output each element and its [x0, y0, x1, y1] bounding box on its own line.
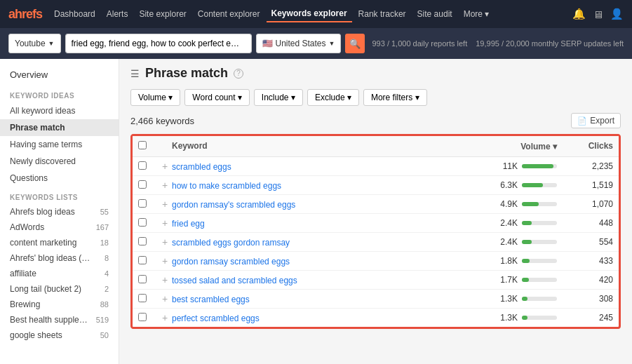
row-add-9[interactable]: +: [158, 312, 172, 323]
page-heading: Phrase match: [145, 66, 228, 81]
sidebar-item-long-tail[interactable]: Long tail (bucket 2) 2: [0, 281, 119, 297]
info-icon[interactable]: ?: [234, 69, 243, 79]
sidebar-item-having-same-terms[interactable]: Having same terms: [0, 136, 119, 153]
badge-brewing: 88: [100, 300, 109, 309]
volume-filter-btn[interactable]: Volume ▾: [130, 89, 180, 106]
table-row: + perfect scrambled eggs 1.3K 245: [133, 309, 619, 327]
search-input[interactable]: [66, 34, 251, 53]
row-checkbox-4[interactable]: [138, 218, 158, 229]
badge-affiliate: 4: [105, 269, 109, 278]
row-checkbox-9[interactable]: [138, 313, 158, 323]
vol-bar-4: [522, 221, 532, 225]
row-keyword-6: gordon ramsay scrambled eggs: [172, 256, 459, 267]
vol-bar-wrap: [522, 164, 557, 168]
row-add-3[interactable]: +: [158, 198, 172, 210]
quota-daily: 993 / 1,000 daily reports left: [372, 39, 467, 48]
row-keyword-4: fried egg: [172, 218, 459, 229]
select-all-checkbox[interactable]: [138, 141, 147, 149]
search-button[interactable]: 🔍: [345, 34, 365, 53]
row-add-4[interactable]: +: [158, 217, 172, 229]
nav-item-more[interactable]: More ▾: [459, 6, 495, 22]
sidebar-item-adwords[interactable]: AdWords 167: [0, 220, 119, 235]
row-add-8[interactable]: +: [158, 293, 172, 304]
header-checkbox[interactable]: [138, 141, 158, 151]
keyword-ideas-section-title: KEYWORD IDEAS: [0, 85, 119, 102]
content-area: ☰ Phrase match ? Volume ▾ Word count ▾ I…: [119, 59, 632, 364]
country-chevron-icon: ▼: [329, 40, 335, 47]
sidebar-item-affiliate[interactable]: affiliate 4: [0, 266, 119, 281]
row-keyword-8: best scrambled eggs: [172, 294, 459, 304]
main-layout: Overview KEYWORD IDEAS All keyword ideas…: [0, 59, 632, 364]
sidebar-item-newly-discovered[interactable]: Newly discovered: [0, 153, 119, 170]
keywords-count: 2,466 keywords: [130, 116, 194, 126]
logo: ahrefs: [8, 7, 42, 22]
sidebar-item-phrase-match[interactable]: Phrase match: [0, 119, 119, 136]
row-checkbox-3[interactable]: [138, 199, 158, 210]
sidebar-overview[interactable]: Overview: [0, 65, 119, 85]
sidebar-item-brewing[interactable]: Brewing 88: [0, 297, 119, 312]
word-count-filter-btn[interactable]: Word count ▾: [184, 89, 249, 106]
row-add-5[interactable]: +: [158, 236, 172, 248]
vol-bar-8: [522, 297, 527, 301]
row-add-6[interactable]: +: [158, 255, 172, 267]
page-title: ☰ Phrase match ?: [130, 66, 621, 81]
row-checkbox-1[interactable]: [138, 161, 158, 172]
sidebar-item-questions[interactable]: Questions: [0, 170, 119, 187]
row-checkbox-7[interactable]: [138, 275, 158, 285]
sidebar-item-all-keywords[interactable]: All keyword ideas: [0, 102, 119, 119]
row-volume-8: 1.3K: [459, 294, 557, 304]
exclude-filter-btn[interactable]: Exclude ▾: [307, 89, 359, 106]
sidebar-item-google-sheets[interactable]: google sheets 50: [0, 328, 119, 343]
sidebar-item-content-marketing[interactable]: content marketing 18: [0, 235, 119, 250]
sidebar-item-ahrefs-blog-ideas[interactable]: Ahrefs' blog ideas (… 8: [0, 250, 119, 266]
row-checkbox-8[interactable]: [138, 294, 158, 304]
nav-item-site-explorer[interactable]: Site explorer: [134, 6, 191, 22]
nav-item-keywords-explorer[interactable]: Keywords explorer: [267, 6, 352, 22]
row-checkbox-6[interactable]: [138, 256, 158, 267]
row-add-7[interactable]: +: [158, 274, 172, 285]
vol-bar-wrap-5: [522, 240, 557, 244]
hamburger-icon[interactable]: ☰: [130, 68, 140, 79]
export-button[interactable]: 📄 Export: [571, 113, 621, 128]
row-clicks-9: 245: [557, 313, 613, 323]
row-checkbox-5[interactable]: [138, 237, 158, 248]
vol-bar-wrap-7: [522, 278, 557, 282]
vol-bar-6: [522, 259, 530, 263]
badge-content-marketing: 18: [100, 238, 109, 247]
row-add-2[interactable]: +: [158, 180, 172, 191]
vol-bar-9: [522, 316, 527, 320]
notification-icon[interactable]: 🔔: [572, 8, 586, 20]
header-volume[interactable]: Volume ▾: [459, 141, 557, 151]
header-add: [158, 141, 172, 151]
source-dropdown[interactable]: Youtube ▼: [8, 34, 61, 53]
sidebar-item-ahrefs-blog[interactable]: Ahrefs blog ideas 55: [0, 204, 119, 220]
row-add-1[interactable]: +: [158, 161, 172, 172]
nav-item-site-audit[interactable]: Site audit: [412, 6, 457, 22]
row-volume-3: 4.9K: [459, 199, 557, 209]
table-header: Keyword Volume ▾ Clicks: [133, 136, 619, 157]
sidebar-item-health[interactable]: Best health supple… 519: [0, 312, 119, 328]
vol-bar-wrap-3: [522, 202, 557, 206]
row-clicks-5: 554: [557, 237, 613, 247]
user-icon[interactable]: 👤: [610, 8, 624, 20]
row-volume-7: 1.7K: [459, 275, 557, 285]
nav-item-alerts[interactable]: Alerts: [102, 6, 133, 22]
badge-ahrefs-blog: 55: [100, 208, 109, 216]
more-filters-btn[interactable]: More filters ▾: [363, 89, 427, 106]
export-icon: 📄: [577, 116, 587, 126]
nav-item-rank-tracker[interactable]: Rank tracker: [354, 6, 411, 22]
nav-item-content-explorer[interactable]: Content explorer: [193, 6, 265, 22]
monitor-icon[interactable]: 🖥: [593, 8, 603, 20]
row-keyword-2: how to make scrambled eggs: [172, 180, 459, 191]
source-chevron-icon: ▼: [48, 40, 55, 47]
country-dropdown[interactable]: 🇺🇸 United States ▼: [256, 34, 342, 53]
vol-bar-wrap-8: [522, 297, 557, 301]
include-filter-btn[interactable]: Include ▾: [254, 89, 303, 106]
row-checkbox-2[interactable]: [138, 180, 158, 191]
sidebar: Overview KEYWORD IDEAS All keyword ideas…: [0, 59, 119, 364]
quota-info: 993 / 1,000 daily reports left 19,995 / …: [372, 39, 624, 48]
row-clicks-4: 448: [557, 218, 613, 228]
nav-item-dashboard[interactable]: Dashboard: [49, 6, 100, 22]
vol-bar-wrap-4: [522, 221, 557, 225]
row-clicks-8: 308: [557, 294, 613, 304]
